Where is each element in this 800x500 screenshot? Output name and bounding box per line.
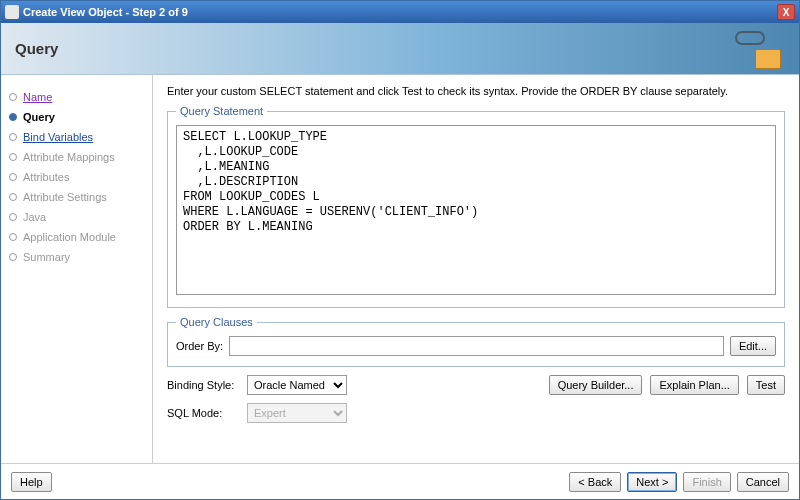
instructions-text: Enter your custom SELECT statement and c… — [167, 85, 785, 97]
query-clauses-legend: Query Clauses — [176, 316, 257, 328]
query-statement-input[interactable] — [176, 125, 776, 295]
query-statement-legend: Query Statement — [176, 105, 267, 117]
test-button[interactable]: Test — [747, 375, 785, 395]
window-title: Create View Object - Step 2 of 9 — [23, 6, 777, 18]
cancel-button[interactable]: Cancel — [737, 472, 789, 492]
titlebar: Create View Object - Step 2 of 9 X — [1, 1, 799, 23]
main-panel: Enter your custom SELECT statement and c… — [153, 75, 799, 463]
query-builder-button[interactable]: Query Builder... — [549, 375, 643, 395]
step-dot-icon — [9, 153, 17, 161]
glasses-icon — [735, 31, 765, 45]
binding-style-select[interactable]: Oracle Named — [247, 375, 347, 395]
banner-art — [731, 29, 781, 69]
wizard-nav: Name Query Bind Variables Attribute Mapp… — [1, 75, 153, 463]
query-statement-group: Query Statement — [167, 105, 785, 308]
nav-step-attribute-mappings: Attribute Mappings — [9, 147, 148, 167]
step-dot-icon — [9, 93, 17, 101]
close-icon[interactable]: X — [777, 4, 795, 20]
step-dot-icon — [9, 253, 17, 261]
step-dot-icon — [9, 113, 17, 121]
folder-icon — [755, 49, 781, 69]
step-dot-icon — [9, 233, 17, 241]
nav-step-query[interactable]: Query — [9, 107, 148, 127]
step-dot-icon — [9, 173, 17, 181]
banner: Query — [1, 23, 799, 75]
nav-step-attribute-settings: Attribute Settings — [9, 187, 148, 207]
help-button[interactable]: Help — [11, 472, 52, 492]
nav-step-attributes: Attributes — [9, 167, 148, 187]
order-by-input[interactable] — [229, 336, 724, 356]
nav-step-name[interactable]: Name — [9, 87, 148, 107]
sql-mode-label: SQL Mode: — [167, 407, 239, 419]
explain-plan-button[interactable]: Explain Plan... — [650, 375, 738, 395]
step-dot-icon — [9, 193, 17, 201]
finish-button: Finish — [683, 472, 730, 492]
back-button[interactable]: < Back — [569, 472, 621, 492]
nav-step-bind-variables[interactable]: Bind Variables — [9, 127, 148, 147]
nav-step-application-module: Application Module — [9, 227, 148, 247]
step-dot-icon — [9, 213, 17, 221]
wizard-window: Create View Object - Step 2 of 9 X Query… — [0, 0, 800, 500]
body: Name Query Bind Variables Attribute Mapp… — [1, 75, 799, 463]
sql-mode-select: Expert — [247, 403, 347, 423]
nav-step-java: Java — [9, 207, 148, 227]
binding-style-label: Binding Style: — [167, 379, 239, 391]
step-dot-icon — [9, 133, 17, 141]
nav-step-summary: Summary — [9, 247, 148, 267]
edit-order-by-button[interactable]: Edit... — [730, 336, 776, 356]
next-button[interactable]: Next > — [627, 472, 677, 492]
footer: Help < Back Next > Finish Cancel — [1, 463, 799, 499]
query-clauses-group: Query Clauses Order By: Edit... — [167, 316, 785, 367]
page-title: Query — [15, 40, 58, 57]
app-icon — [5, 5, 19, 19]
order-by-label: Order By: — [176, 340, 223, 352]
